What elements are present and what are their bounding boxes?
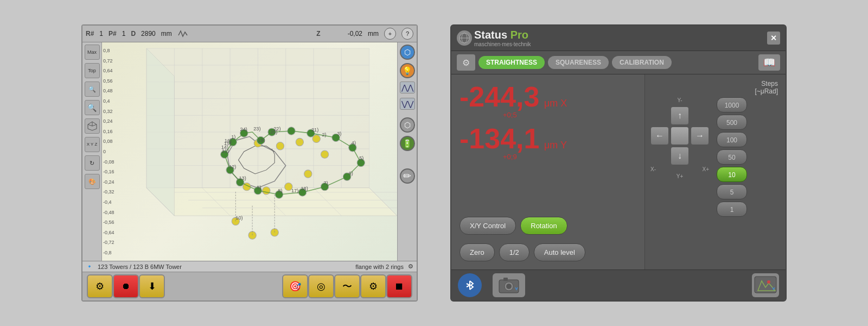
svg-text:21): 21): [311, 127, 318, 133]
auto-level-button[interactable]: Auto level: [534, 243, 585, 261]
y-axis-labels: 0,80,720,640,56 0,480,40,320,24 0,160,08…: [103, 48, 114, 255]
step-1-btn[interactable]: 1: [717, 202, 747, 217]
settings-gear-button[interactable]: ⚙: [457, 54, 475, 71]
svg-point-31: [296, 138, 303, 146]
svg-text:4): 4): [352, 140, 356, 146]
close-button[interactable]: ✕: [767, 32, 780, 45]
stylus-button[interactable]: ✏: [400, 168, 415, 184]
y-minus-label-top: Y-: [677, 97, 682, 103]
map-device-button[interactable]: [752, 273, 779, 297]
max-button[interactable]: Max: [85, 45, 100, 60]
battery-button[interactable]: 🔋: [400, 136, 415, 151]
bluetooth-button[interactable]: ⬡: [400, 45, 415, 60]
svg-text:19): 19): [258, 137, 265, 143]
svg-text:6): 6): [349, 171, 353, 176]
r-label: R#: [86, 30, 94, 37]
readings-area: -244,3 μm X +0;5 -134,1 μm Y +0;9 X/Y Co…: [451, 74, 644, 269]
ring-button[interactable]: ◎: [308, 274, 334, 298]
step-50-btn[interactable]: 50: [717, 149, 747, 165]
rotate-button[interactable]: ↻: [85, 155, 100, 171]
svg-text:2): 2): [322, 132, 326, 137]
zero-button[interactable]: Zero: [459, 243, 495, 261]
config-button[interactable]: ⚙: [360, 274, 386, 298]
arrow-down-button[interactable]: ⬇: [139, 274, 165, 298]
wave-button[interactable]: 〜: [334, 274, 360, 298]
settings-button[interactable]: ⚙: [87, 274, 113, 298]
book-button[interactable]: 📖: [758, 54, 780, 71]
record-button[interactable]: ⏺: [113, 274, 139, 298]
scroll-down-button[interactable]: ⋁⋁: [400, 98, 415, 110]
svg-text:3): 3): [337, 131, 341, 136]
svg-text:16): 16): [225, 138, 232, 143]
scroll-up-button[interactable]: ⋀⋀: [400, 82, 415, 93]
dpad-center-btn[interactable]: [671, 127, 689, 145]
svg-text:13): 13): [239, 175, 246, 181]
footer-toolbar: ⚙ ⏺ ⬇ 🎯 ◎ 〜 ⚙ ⏹: [82, 272, 417, 300]
rotation-button[interactable]: Rotation: [520, 217, 567, 235]
xy-control-button[interactable]: X/Y Control: [459, 217, 516, 235]
reading-unit-y: μm Y: [544, 140, 567, 151]
3d-view-button[interactable]: [85, 118, 100, 134]
svg-point-94: [767, 280, 770, 284]
top-view-button[interactable]: Top: [85, 63, 100, 78]
tab-calibration[interactable]: CALIBRATION: [612, 56, 672, 69]
reading-unit-x: μm X: [544, 98, 567, 109]
half-button[interactable]: 1/2: [499, 243, 529, 261]
svg-text:17): 17): [291, 188, 298, 193]
step-10-btn[interactable]: 10: [717, 167, 747, 182]
camera-device-button[interactable]: [493, 273, 525, 297]
step-500-btn[interactable]: 500: [717, 115, 747, 130]
chart-area: 0,80,720,640,56 0,480,40,320,24 0,160,08…: [102, 42, 397, 261]
wavy-icon: [177, 29, 189, 39]
expand-button[interactable]: +: [384, 28, 396, 40]
gear-icon: ⚙: [462, 58, 470, 68]
globe-icon: [458, 32, 470, 44]
zoom-out-button[interactable]: 🔍: [85, 100, 100, 115]
step-1000-btn[interactable]: 1000: [717, 97, 747, 112]
book-icon: 📖: [763, 57, 775, 68]
logo-subtitle: maschinen·mes·technik: [474, 41, 531, 47]
svg-line-2: [92, 124, 97, 126]
dpad-up-btn[interactable]: ↑: [671, 106, 689, 125]
camera-bt-icon: [498, 275, 520, 295]
dpad-left-btn[interactable]: ←: [650, 127, 669, 145]
r-value: 1: [99, 30, 103, 37]
svg-text:5): 5): [359, 155, 363, 161]
left-panel: R# 1 P# 1 D 2890 mm Z -0,02 mm + ? Max T…: [81, 24, 418, 302]
palette-button[interactable]: 🎨: [85, 174, 100, 189]
tab-straightness[interactable]: STRAIGHTNESS: [478, 56, 545, 69]
right-panel: Status Pro maschinen·mes·technik ✕ ⚙ STR…: [450, 24, 787, 302]
help-button[interactable]: ?: [401, 28, 413, 40]
step-100-btn[interactable]: 100: [717, 132, 747, 147]
dpad-right-btn[interactable]: →: [691, 127, 709, 145]
logo-text-block: Status Pro maschinen·mes·technik: [474, 29, 531, 47]
bluetooth2-button[interactable]: ⬡: [400, 117, 415, 133]
left-sidebar: Max Top 🔍 🔍 X Y Z ↻ 🎨: [82, 42, 102, 261]
right-sidebar: ⬡ 💡 ⋀⋀ ⋁⋁ ⬡ 🔋 ✏: [397, 42, 417, 261]
tab-squareness[interactable]: SQUARENESS: [548, 56, 609, 69]
xyz-text: X Y Z: [87, 142, 98, 147]
zoom-in-button[interactable]: 🔍: [85, 82, 100, 97]
p-label: P#: [108, 30, 117, 37]
bottom-left-text: 123 Towers / 123 B 6MW Tower: [98, 264, 182, 270]
dpad-wrapper: Y- ↑ ← → ↓ X- X+: [650, 97, 709, 179]
p-value: 1: [122, 30, 126, 37]
z-unit: mm: [368, 30, 379, 37]
stop-button[interactable]: ⏹: [386, 274, 412, 298]
dpad-empty-3: [650, 147, 669, 165]
dpad-down-btn[interactable]: ↓: [671, 147, 689, 165]
svg-point-30: [276, 142, 284, 150]
bluetooth-footer-button[interactable]: [458, 273, 482, 297]
svg-text:9): 9): [257, 185, 261, 190]
step-5-btn[interactable]: 5: [717, 184, 747, 199]
logo-icon: [457, 30, 472, 46]
d-label: D: [131, 30, 136, 37]
dpad-grid: ↑ ← → ↓: [650, 106, 709, 165]
svg-point-33: [321, 151, 328, 158]
target-button[interactable]: 🎯: [282, 274, 308, 298]
svg-text:8): 8): [278, 188, 282, 193]
light-button[interactable]: 💡: [400, 63, 415, 78]
d-unit: mm: [161, 30, 172, 37]
bottom-right-icon: ⚙: [408, 263, 413, 270]
right-footer: [451, 269, 786, 300]
